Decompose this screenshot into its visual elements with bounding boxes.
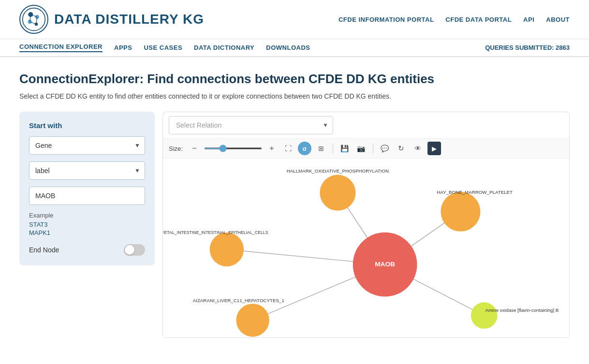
nav-data-dictionary[interactable]: DATA DICTIONARY — [194, 44, 254, 51]
queries-badge: QUERIES SUBMITTED: 2863 — [485, 44, 570, 51]
svg-point-17 — [236, 304, 269, 336]
sidebar-panel: Start with Gene Protein Disease Pathway … — [19, 112, 155, 265]
table-icon[interactable]: ⊞ — [314, 142, 328, 155]
example-label: Example — [29, 212, 145, 219]
entity-select[interactable]: Gene Protein Disease Pathway Compound — [29, 136, 145, 155]
graph-controls-top: Select Relation ▼ — [163, 112, 569, 139]
svg-text:HALLMARK_OXIDATIVE_PHOSPHORYLA: HALLMARK_OXIDATIVE_PHOSPHORYLATION — [287, 168, 389, 174]
fullscreen-icon[interactable]: ⛶ — [281, 142, 295, 155]
nav-about[interactable]: ABOUT — [546, 16, 570, 23]
slider-container — [204, 147, 262, 149]
refresh-icon[interactable]: ↻ — [395, 142, 408, 155]
main-content: ConnectionExplorer: Find connections bet… — [0, 57, 589, 352]
nav-api[interactable]: API — [523, 16, 534, 23]
nav-cfde-data[interactable]: CFDE DATA PORTAL — [445, 16, 512, 23]
svg-text:Amine oxidase [flavin-containi: Amine oxidase [flavin-containing] B — [485, 307, 559, 313]
toggle-thumb — [125, 245, 134, 255]
end-node-row: End Node — [29, 244, 145, 256]
page-description: Select a CFDE DD KG entity to find other… — [19, 92, 570, 100]
property-select[interactable]: label id name — [29, 161, 145, 180]
svg-point-16 — [210, 233, 244, 266]
queries-count: 2863 — [556, 44, 570, 51]
explorer-layout: Start with Gene Protein Disease Pathway … — [19, 112, 570, 338]
end-node-label: End Node — [29, 246, 59, 254]
eye-icon[interactable]: 👁 — [411, 142, 425, 155]
nav-cfde-info[interactable]: CFDE INFORMATION PORTAL — [339, 16, 434, 23]
graph-layout-icon[interactable]: σ — [298, 142, 311, 155]
nav-use-cases[interactable]: USE CASES — [144, 44, 182, 51]
divider-1 — [333, 144, 333, 153]
save-icon[interactable]: 💾 — [338, 142, 352, 155]
svg-point-14 — [320, 175, 355, 211]
page-title: ConnectionExplorer: Find connections bet… — [19, 72, 570, 87]
size-label: Size: — [169, 145, 183, 152]
search-input[interactable] — [29, 187, 145, 205]
zoom-out-icon[interactable]: − — [188, 142, 201, 155]
example-stat3[interactable]: STAT3 — [29, 221, 145, 228]
tag-icon[interactable]: ▶ — [427, 142, 441, 155]
queries-label: QUERIES SUBMITTED: — [485, 44, 554, 51]
sub-nav-links: CONNECTION EXPLORER APPS USE CASES DATA … — [19, 43, 310, 52]
svg-text:MAOB: MAOB — [375, 261, 395, 268]
nav-downloads[interactable]: DOWNLOADS — [266, 44, 310, 51]
svg-point-15 — [441, 192, 480, 232]
logo-icon — [19, 5, 48, 34]
logo-title: DATA DISTILLERY KG — [54, 12, 204, 27]
svg-text:AIZARANI_LIVER_C11_HEPATOCYTES: AIZARANI_LIVER_C11_HEPATOCYTES_1 — [193, 298, 284, 303]
example-section: Example STAT3 MAPK1 — [29, 212, 145, 236]
divider-2 — [373, 144, 373, 153]
start-with-label: Start with — [29, 121, 145, 130]
relation-select[interactable]: Select Relation — [169, 116, 333, 134]
size-slider[interactable] — [204, 147, 262, 149]
svg-text:DESCARTES_FETAL_INTESTINE_INTE: DESCARTES_FETAL_INTESTINE_INTESTINAL_EPI… — [163, 230, 268, 235]
end-node-toggle[interactable] — [124, 244, 145, 256]
nav-connection-explorer[interactable]: CONNECTION EXPLORER — [19, 43, 103, 52]
svg-point-19 — [471, 302, 498, 329]
graph-panel: Select Relation ▼ Size: − + ⛶ σ ⊞ 💾 — [162, 112, 570, 338]
relation-select-wrapper: Select Relation ▼ — [169, 116, 333, 134]
property-dropdown-wrapper: label id name ▼ — [29, 161, 145, 180]
svg-text:HAY_BONE_MARROW_PLATELET: HAY_BONE_MARROW_PLATELET — [437, 189, 513, 195]
graph-toolbar: Size: − + ⛶ σ ⊞ 💾 📷 💬 ↻ 👁 ▶ — [163, 139, 569, 159]
graph-svg-area[interactable]: HALLMARK_OXIDATIVE_PHOSPHORYLATION HAY_B… — [163, 159, 569, 337]
nav-apps[interactable]: APPS — [114, 44, 132, 51]
entity-dropdown-wrapper: Gene Protein Disease Pathway Compound ▼ — [29, 136, 145, 155]
svg-point-0 — [23, 8, 45, 31]
logo-area: DATA DISTILLERY KG — [19, 5, 204, 34]
camera-icon[interactable]: 📷 — [354, 142, 368, 155]
sub-nav: CONNECTION EXPLORER APPS USE CASES DATA … — [0, 39, 589, 57]
comment-icon[interactable]: 💬 — [378, 142, 392, 155]
top-header: DATA DISTILLERY KG CFDE INFORMATION PORT… — [0, 0, 589, 39]
top-nav: CFDE INFORMATION PORTAL CFDE DATA PORTAL… — [339, 16, 570, 23]
example-mapk1[interactable]: MAPK1 — [29, 229, 145, 236]
zoom-in-icon[interactable]: + — [265, 142, 279, 155]
